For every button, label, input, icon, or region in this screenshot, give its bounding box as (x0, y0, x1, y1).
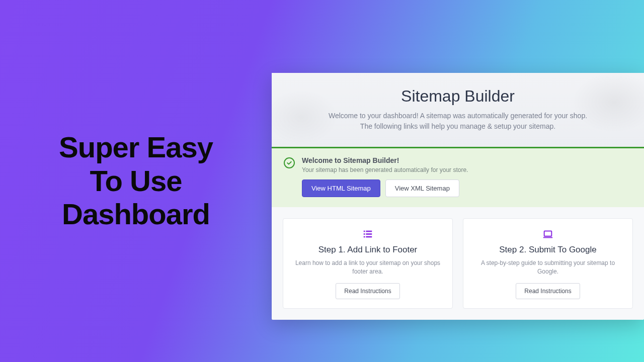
headline-line-2: To Use (28, 164, 244, 198)
notice-message: Your sitemap has been generated automati… (302, 166, 468, 173)
view-xml-sitemap-button[interactable]: View XML Sitemap (385, 179, 459, 197)
svg-rect-3 (366, 233, 372, 235)
steps-row: Step 1. Add Link to Footer Learn how to … (272, 207, 644, 320)
headline-line-1: Super Easy (28, 131, 244, 164)
headline-line-3: Dashboard (28, 198, 244, 231)
page-title: Sitemap Builder (292, 87, 624, 106)
step-card-submit-google: Step 2. Submit To Google A step-by-step … (463, 218, 633, 309)
marketing-headline: Super Easy To Use Dashboard (28, 131, 244, 231)
svg-rect-6 (544, 231, 552, 236)
step-desc: Learn how to add a link to your sitemap … (292, 259, 443, 276)
notice-actions: View HTML Sitemap View XML Sitemap (302, 179, 468, 197)
step-title: Step 1. Add Link to Footer (292, 245, 443, 255)
view-html-sitemap-button[interactable]: View HTML Sitemap (302, 179, 380, 197)
read-instructions-button[interactable]: Read Instructions (336, 283, 399, 299)
check-circle-icon (284, 157, 295, 168)
svg-rect-2 (364, 233, 365, 235)
laptop-icon (472, 229, 623, 240)
list-icon (292, 229, 443, 240)
svg-rect-1 (366, 231, 372, 232)
notice-body: Welcome to Sitemap Builder! Your sitemap… (302, 156, 468, 197)
hero-section: Sitemap Builder Welcome to your dashboar… (272, 73, 644, 147)
step-title: Step 2. Submit To Google (472, 245, 623, 255)
step-card-add-link: Step 1. Add Link to Footer Learn how to … (283, 218, 453, 309)
svg-rect-4 (364, 236, 365, 238)
read-instructions-button[interactable]: Read Instructions (516, 283, 580, 299)
svg-rect-0 (364, 231, 365, 232)
svg-rect-5 (366, 236, 372, 238)
step-desc: A step-by-step guide to submitting your … (472, 259, 623, 276)
dashboard-panel: Sitemap Builder Welcome to your dashboar… (272, 73, 644, 320)
page-subtitle: Welcome to your dashboard! A sitemap was… (327, 111, 589, 132)
notice-title: Welcome to Sitemap Builder! (302, 156, 468, 164)
success-notice: Welcome to Sitemap Builder! Your sitemap… (272, 147, 644, 207)
